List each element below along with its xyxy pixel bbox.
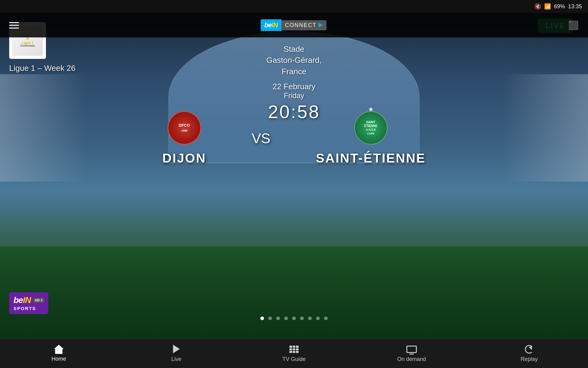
mute-icon: 🔇: [534, 3, 541, 10]
teams-row: DFCO1998 DIJON VS ★ SAINTÉTIENNEA.S.S.EL…: [162, 111, 426, 166]
status-bar: 🔇 📶 69% 13:35: [0, 0, 588, 13]
week-label: Ligue 1 – Week 26: [9, 63, 75, 73]
dot-6[interactable]: [300, 316, 304, 320]
cast-button[interactable]: ⬛: [568, 20, 579, 30]
replay-label: Replay: [521, 356, 538, 362]
channel-name: beIN: [13, 295, 31, 305]
top-nav: beIN CONNECT ⬛: [0, 13, 588, 37]
vs-label: VS: [252, 130, 270, 147]
match-info: Stade Gaston-Gérard, France 22 February …: [217, 31, 371, 122]
crowd-right: [502, 74, 588, 182]
home-team-section: DFCO1998 DIJON: [162, 111, 206, 166]
channel-logo-top: beIN HD 3: [13, 295, 44, 305]
bottom-nav: Home Live TV Guide On demand: [0, 339, 588, 368]
nav-item-replay[interactable]: Replay: [511, 344, 548, 362]
carousel-dots: [260, 316, 328, 320]
hd-badge: HD 3: [33, 298, 44, 303]
play-triangle-icon: [318, 23, 323, 28]
away-team-name: SAINT-ÉTIENNE: [316, 151, 426, 166]
field-green: [0, 247, 588, 339]
hamburger-menu[interactable]: [9, 22, 19, 29]
away-team-section: ★ SAINTÉTIENNEA.S.S.ELOIRE SAINT-ÉTIENNE: [316, 111, 426, 166]
replay-circle: [525, 345, 533, 354]
connect-logo: CONNECT: [281, 20, 326, 30]
tvguide-icon: [289, 346, 299, 353]
battery-text: 69%: [554, 3, 565, 10]
clock: 13:35: [568, 3, 582, 10]
stadium-name: Stade Gaston-Gérard, France: [217, 44, 371, 77]
hero-section: LIVE 1 Ligue 1 Conforama Ligue 1 – Week …: [0, 13, 588, 339]
live-icon: [173, 345, 180, 353]
dot-3[interactable]: [276, 316, 280, 320]
bein-connect-logo: beIN CONNECT: [261, 19, 326, 31]
replay-arrow-icon: [529, 345, 533, 350]
ondemand-label: On demand: [397, 356, 426, 362]
sports-label: SPORTS: [13, 306, 36, 311]
home-icon: [54, 345, 64, 354]
dot-5[interactable]: [292, 316, 296, 320]
match-date: 22 February: [217, 82, 371, 91]
dot-2[interactable]: [268, 316, 272, 320]
dot-8[interactable]: [316, 316, 320, 320]
nav-item-home[interactable]: Home: [40, 345, 77, 362]
dot-7[interactable]: [308, 316, 312, 320]
home-team-crest: DFCO1998: [168, 111, 201, 145]
nav-item-tvguide[interactable]: TV Guide: [276, 344, 312, 362]
replay-icon: [524, 344, 534, 354]
bein-logo: beIN: [261, 19, 281, 31]
league-subtitle: Conforama: [20, 44, 35, 48]
home-team-name: DIJON: [162, 151, 206, 166]
home-label: Home: [51, 356, 66, 362]
ondemand-icon: [406, 346, 417, 353]
star-icon: ★: [368, 105, 374, 113]
match-day: Friday: [217, 91, 371, 100]
dot-1[interactable]: [260, 316, 264, 320]
away-team-crest-wrapper: ★ SAINTÉTIENNEA.S.S.ELOIRE: [354, 111, 388, 145]
dot-9[interactable]: [324, 316, 328, 320]
nav-item-live[interactable]: Live: [158, 344, 195, 362]
live-label: Live: [171, 356, 181, 362]
nav-item-ondemand[interactable]: On demand: [393, 344, 430, 362]
crowd-left: [0, 74, 86, 182]
channel-logo: beIN HD 3 SPORTS: [9, 292, 48, 314]
away-team-crest: SAINTÉTIENNEA.S.S.ELOIRE: [354, 111, 388, 145]
signal-icon: 📶: [544, 3, 551, 10]
tvguide-label: TV Guide: [282, 356, 306, 362]
dot-4[interactable]: [284, 316, 288, 320]
